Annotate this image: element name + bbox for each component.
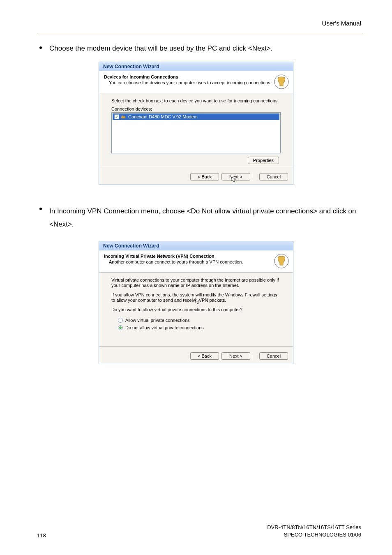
footer-company: SPECO TECHNOLOGIES 01/06 bbox=[267, 531, 361, 539]
vpn-paragraph-1: Virtual private connections to your comp… bbox=[111, 278, 281, 288]
wizard-icon bbox=[273, 74, 290, 90]
device-checkbox[interactable]: ✓ bbox=[114, 114, 119, 119]
radio-label: Do not allow virtual private connections bbox=[125, 325, 204, 330]
wizard-header-subtitle: Another computer can connect to yours th… bbox=[104, 259, 288, 264]
bullet bbox=[39, 46, 42, 49]
back-button[interactable]: < Back bbox=[190, 352, 219, 360]
vpn-paragraph-2: If you allow VPN connections, the system… bbox=[111, 292, 281, 303]
radio-deny[interactable]: Do not allow virtual private connections bbox=[111, 324, 281, 331]
wizard-titlebar: New Connection Wizard bbox=[99, 62, 293, 71]
device-name: Conexant D480 MDC V.92 Modem bbox=[128, 114, 198, 119]
header-divider bbox=[37, 33, 363, 33]
cancel-button[interactable]: Cancel bbox=[259, 173, 288, 180]
wizard-header-title: Devices for Incoming Connections bbox=[104, 74, 288, 79]
header-manual: User's Manual bbox=[322, 20, 361, 27]
next-button[interactable]: Next > bbox=[221, 352, 250, 360]
bullet bbox=[39, 208, 42, 210]
radio-button-checked[interactable] bbox=[118, 325, 123, 330]
properties-button[interactable]: Properties bbox=[248, 157, 279, 164]
wizard-header: Devices for Incoming Connections You can… bbox=[99, 71, 293, 93]
svg-rect-1 bbox=[121, 116, 125, 118]
footer-page-number: 118 bbox=[37, 532, 46, 539]
next-button[interactable]: Next > bbox=[221, 173, 250, 180]
wizard-divider bbox=[99, 167, 293, 167]
wizard-titlebar: New Connection Wizard bbox=[99, 241, 293, 250]
wizard-divider bbox=[99, 346, 293, 347]
back-button[interactable]: < Back bbox=[190, 173, 219, 180]
radio-allow[interactable]: Allow virtual private connections bbox=[111, 317, 281, 324]
devices-label: Connection devices: bbox=[111, 106, 281, 111]
wizard-vpn: New Connection Wizard Incoming Virtual P… bbox=[99, 241, 293, 364]
modem-icon bbox=[121, 114, 127, 119]
wizard-header-title: Incoming Virtual Private Network (VPN) C… bbox=[104, 254, 288, 259]
footer-product: DVR-4TN/8TN/16TN/16TS/16TT Series bbox=[267, 524, 361, 531]
wizard-body: Select the check box next to each device… bbox=[99, 93, 293, 164]
body-instruction-1: Choose the modem device that will be use… bbox=[49, 44, 272, 53]
radio-label: Allow virtual private connections bbox=[125, 318, 190, 323]
wizard-icon bbox=[273, 253, 290, 269]
device-listbox[interactable]: ✓ Conexant D480 MDC V.92 Modem bbox=[111, 112, 281, 153]
footer-product-info: DVR-4TN/8TN/16TN/16TS/16TT Series SPECO … bbox=[267, 524, 361, 539]
body-instruction-2: In Incoming VPN Connection menu, choose … bbox=[49, 205, 357, 231]
device-item-modem[interactable]: ✓ Conexant D480 MDC V.92 Modem bbox=[113, 113, 279, 120]
vpn-question: Do you want to allow virtual private con… bbox=[111, 307, 281, 312]
radio-button[interactable] bbox=[118, 318, 123, 323]
wizard-instruction: Select the check box next to each device… bbox=[111, 98, 281, 103]
wizard-devices: New Connection Wizard Devices for Incomi… bbox=[99, 62, 293, 185]
wizard-header: Incoming Virtual Private Network (VPN) C… bbox=[99, 250, 293, 273]
wizard-body: Virtual private connections to your comp… bbox=[99, 273, 293, 331]
cancel-button[interactable]: Cancel bbox=[259, 352, 288, 360]
wizard-header-subtitle: You can choose the devices your computer… bbox=[104, 79, 288, 85]
